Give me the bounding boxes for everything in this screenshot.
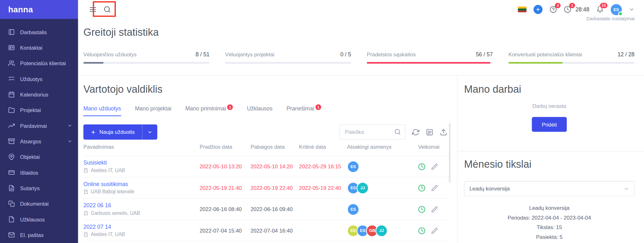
sidebar-item-uzduotys[interactable]: Užduotys	[0, 71, 78, 87]
language-flag-icon[interactable]	[518, 7, 527, 12]
company-name: UAB Baltoji letenėlė	[91, 189, 134, 195]
column-header-name[interactable]: Pavadinimas	[83, 144, 199, 150]
quick-stats-row: Vėluojančios užduotys 8 / 51 Vėluojantys…	[83, 51, 635, 64]
chevron-down-icon	[67, 123, 72, 128]
sidebar-item-label: Užklausos	[20, 216, 45, 222]
stat-label: Vėluojantys projektai	[225, 51, 274, 57]
goal-info: Leadų konversija Periodas: 2022-04-04 - …	[464, 203, 635, 242]
avatar-initials: ES	[614, 7, 619, 12]
company-building-icon	[83, 232, 88, 237]
contract-file-icon	[8, 185, 15, 191]
assignee-avatar: JJ	[375, 224, 388, 237]
assignee-avatars: ES JJ	[347, 182, 418, 194]
company-name: Ateities IT, UAB	[91, 168, 125, 173]
column-header-start[interactable]: Pradžios data	[200, 144, 251, 150]
edit-pencil-icon[interactable]	[431, 206, 438, 213]
tab-mano-projektai[interactable]: Mano projektai	[135, 106, 171, 116]
time-log-icon[interactable]	[418, 206, 425, 213]
task-name-link[interactable]: 2022 07 14	[83, 224, 111, 230]
end-date: 2022-05-19 22:40	[251, 185, 299, 191]
end-date: 2022-05-10 14:20	[251, 164, 299, 170]
stat-value: 0 / 5	[341, 51, 351, 57]
quick-stats-title: Greitoji statistika	[83, 26, 159, 38]
profile-chevron-down-icon[interactable]	[629, 7, 635, 12]
time-log-icon[interactable]	[418, 184, 425, 191]
quick-add-button[interactable]	[534, 5, 543, 14]
tab-mano-uzduotys[interactable]: Mano užduotys	[83, 106, 121, 116]
sidebar-item-sutartys[interactable]: Sutartys	[0, 180, 78, 196]
time-log-icon[interactable]	[418, 163, 425, 170]
tab-badge: 1	[227, 104, 233, 110]
hamburger-menu-icon[interactable]	[89, 6, 97, 13]
export-icon[interactable]	[440, 128, 447, 136]
company-building-icon	[83, 189, 88, 194]
sidebar-item-objektai[interactable]: Objektai	[0, 149, 78, 165]
my-jobs-title: Mano darbai	[464, 83, 521, 95]
sidebar-item-label: Užduotys	[20, 76, 42, 82]
help-icon[interactable]: 3	[550, 6, 557, 13]
task-name-link[interactable]: Online susitikimas	[83, 181, 128, 187]
goal-select[interactable]: Leadų konversija	[464, 181, 635, 196]
table-scrollbar[interactable]	[449, 123, 450, 183]
brand-logo[interactable]: hanna	[0, 0, 78, 19]
sidebar-item-label: Išlaidos	[20, 169, 38, 175]
sidebar-item-islaidos[interactable]: Išlaidos	[0, 165, 78, 180]
notifications-bell-icon[interactable]: 13	[596, 6, 603, 13]
new-task-dropdown-chevron-icon[interactable]	[142, 124, 157, 140]
task-name-link[interactable]: 2022 06 16	[83, 202, 111, 209]
mail-icon	[8, 232, 15, 238]
new-task-button[interactable]: Nauja užduotis	[83, 124, 157, 140]
inventory-box-icon	[8, 138, 15, 145]
column-header-critical[interactable]: Kritinė data	[299, 144, 347, 150]
stat-label: Pradelstos sąskaitos	[367, 51, 416, 57]
columns-settings-icon[interactable]	[426, 128, 433, 136]
refresh-icon[interactable]	[412, 128, 419, 136]
column-header-assignees[interactable]: Atsakingi asmenys	[347, 144, 418, 150]
end-date: 2022-06-16 09:40	[251, 206, 299, 212]
table-row: 2022 06 16 Garbusis senelis, UAB 2022-06…	[83, 199, 450, 220]
sidebar-item-el-pastas[interactable]: El. paštas	[0, 227, 78, 243]
sidebar-item-dokumentai[interactable]: Dokumentai	[0, 196, 78, 211]
horizontal-divider	[78, 75, 644, 75]
tab-pranesimai[interactable]: Pranešimai1	[286, 106, 321, 116]
sidebar-item-pardavimai[interactable]: Pardavimai	[0, 118, 78, 133]
calendar-icon	[8, 91, 15, 98]
edit-pencil-icon[interactable]	[431, 163, 438, 170]
table-search	[340, 124, 405, 140]
sidebar-item-uzklausos[interactable]: Užklausos	[0, 211, 78, 227]
user-avatar[interactable]: ES	[611, 4, 622, 15]
sidebar-item-kontaktai[interactable]: Kontaktai	[0, 40, 78, 55]
sidebar-item-darbastalis[interactable]: Darbastalis	[0, 24, 78, 40]
time-tracker-icon[interactable]: 1	[564, 6, 571, 13]
tab-label: Mano projektai	[135, 106, 171, 112]
start-date: 2022-06-16 08:40	[200, 206, 251, 212]
start-date: 2022-05-10 13:20	[200, 164, 251, 170]
assignee-avatars: EE ES GB JJ	[347, 224, 418, 237]
search-icon[interactable]	[394, 128, 401, 135]
users-icon	[8, 60, 15, 66]
folder-icon	[8, 107, 15, 113]
column-header-end[interactable]: Pabaigos data	[251, 144, 299, 150]
progress-bar	[509, 62, 635, 64]
stat-converted-leads: Konvertuoti potencialūs klientai 12 / 28	[509, 51, 635, 64]
add-job-button[interactable]: Pridėti	[532, 117, 567, 132]
edit-pencil-icon[interactable]	[431, 227, 438, 234]
sidebar-item-atsargos[interactable]: Atsargos	[0, 134, 78, 149]
sidebar-item-projektai[interactable]: Projektai	[0, 102, 78, 118]
task-name-link[interactable]: Susisiekti	[83, 160, 107, 166]
row-actions	[418, 163, 451, 170]
dashboard-settings-link[interactable]: Darbastalio nustatymai	[586, 16, 635, 21]
time-log-icon[interactable]	[418, 227, 425, 234]
sidebar-item-kalendorius[interactable]: Kalendorius	[0, 87, 78, 102]
sidebar-item-potencialus-klientai[interactable]: Potencialūs klientai	[0, 55, 78, 71]
search-icon[interactable]	[103, 6, 111, 13]
edit-pencil-icon[interactable]	[431, 184, 438, 191]
toolbar-right	[340, 124, 447, 140]
assignee-avatar: JJ	[356, 182, 369, 194]
request-file-icon	[8, 216, 15, 223]
assignee-avatars: ES	[347, 160, 418, 173]
tab-uzklausos[interactable]: Užklausos	[247, 106, 272, 116]
tab-mano-priminimai[interactable]: Mano priminimai1	[185, 106, 233, 116]
right-panel-divider	[458, 151, 644, 152]
time-tracker-badge: 1	[569, 3, 575, 8]
